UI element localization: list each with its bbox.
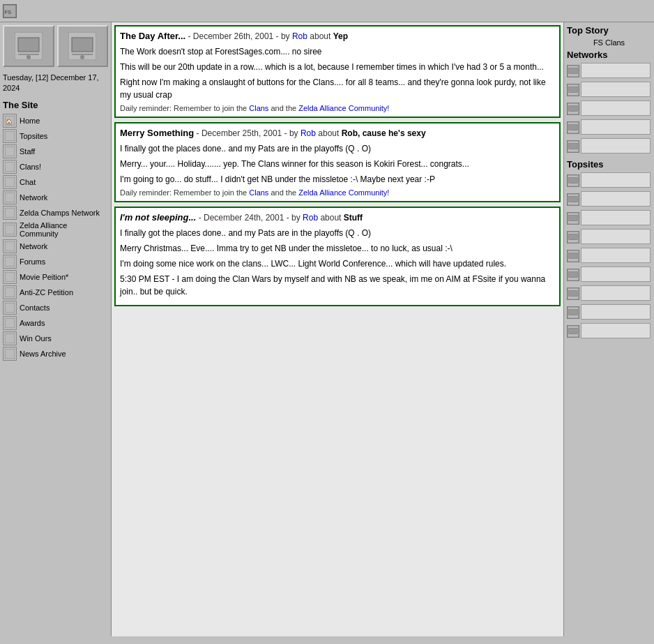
nav-win-ours[interactable]: Win Ours (3, 331, 108, 346)
zac-link-1[interactable]: Zelda Alliance Community! (298, 104, 389, 112)
topsites-label: Topsites (567, 159, 651, 170)
nav-clans[interactable]: Clans! (3, 159, 108, 174)
post-2-topic: Rob, cause he's sexy (342, 128, 426, 138)
nav-news-archive-label: News Archive (20, 350, 66, 358)
svg-rect-40 (569, 197, 577, 202)
main-content: The Day After... - December 26th, 2001 -… (112, 22, 563, 636)
clans-link-1[interactable]: Clans (249, 104, 268, 112)
topsite-item-3 (567, 210, 651, 227)
network-box-1 (581, 63, 651, 78)
svg-rect-34 (569, 125, 577, 130)
movie-icon (3, 270, 17, 284)
network-item-5 (567, 138, 651, 155)
nav-network[interactable]: Network (3, 190, 108, 205)
topsite-icon-8 (567, 306, 579, 319)
post-1-about: about (310, 31, 333, 41)
nav-zelda-champs[interactable]: Zelda Champs Network (3, 205, 108, 220)
nav-zelda-champs-label: Zelda Champs Network (20, 209, 100, 217)
nav-petition[interactable]: Anti-ZC Petition (3, 285, 108, 300)
post-1-body: The Work doesn't stop at ForestSages.com… (120, 45, 555, 101)
svg-rect-7 (72, 38, 93, 52)
topsite-icon-7 (567, 287, 579, 300)
topsite-box-2 (581, 191, 651, 207)
nav-network-label: Network (20, 193, 47, 202)
networks-label: Networks (567, 50, 651, 60)
post-1-p3: Right now I'm making a onslaught of butt… (120, 76, 555, 101)
svg-rect-21 (5, 272, 15, 282)
network-box-2 (581, 82, 651, 97)
nav-topsites[interactable]: Topsites (3, 128, 108, 144)
nav-forums[interactable]: Forums (3, 254, 108, 269)
post-1-author[interactable]: Rob (292, 31, 307, 41)
network-icon-4 (567, 121, 579, 134)
post-2-meta: - December 25th, 2001 - by (197, 128, 301, 138)
topsites-list (567, 172, 651, 340)
network-item-1 (567, 63, 651, 80)
news-archive-icon (3, 347, 17, 361)
nav-chat[interactable]: Chat (3, 174, 108, 190)
sidebar-icon-2 (57, 25, 109, 67)
nav-news-archive[interactable]: News Archive (3, 346, 108, 361)
post-2-reminder: Daily reminder: Remember to join the Cla… (120, 188, 555, 197)
post-1-p2: This will be our 20th update in a row...… (120, 61, 555, 73)
topsite-icon-6 (567, 269, 579, 281)
zac-icon (3, 223, 17, 237)
network-icon-2 (567, 84, 579, 96)
network-icon (3, 190, 17, 204)
nav-home-label: Home (20, 117, 40, 125)
svg-rect-52 (569, 310, 577, 315)
sidebar-icon-1 (3, 25, 54, 67)
post-3-p4: 5:30 PM EST - I am doing the Clan Wars b… (120, 273, 555, 298)
top-story-label: Top Story (567, 25, 651, 36)
nav-contacts[interactable]: Contacts (3, 300, 108, 315)
topsite-item-1 (567, 172, 651, 189)
svg-rect-22 (5, 287, 15, 297)
network-icon-3 (567, 103, 579, 115)
clans-link-2[interactable]: Clans (249, 188, 268, 197)
svg-rect-25 (5, 334, 15, 343)
nav-movie[interactable]: Movie Peition* (3, 269, 108, 285)
post-3-p1: I finally got the places done.. and my P… (120, 227, 555, 239)
post-3-header: I'm not sleeping... - December 24th, 200… (120, 212, 555, 223)
post-1-reminder: Daily reminder: Remember to join the Cla… (120, 104, 555, 112)
zac-link-2[interactable]: Zelda Alliance Community! (298, 188, 389, 197)
svg-rect-12 (5, 131, 15, 141)
forums-icon (3, 255, 17, 269)
topsite-item-6 (567, 267, 651, 283)
nav-zac-label: Zelda Alliance Community (20, 221, 108, 238)
post-2-p1: I finally got the places done.. and my P… (120, 142, 555, 155)
top-logo-icon: FS (3, 4, 17, 18)
network-box-3 (581, 100, 651, 116)
nav-clans-label: Clans! (20, 163, 41, 171)
nav-network2[interactable]: Network (3, 239, 108, 254)
svg-rect-3 (18, 38, 39, 52)
svg-rect-18 (5, 225, 15, 234)
post-3-p2: Merry Christmas... Eve.... Imma try to g… (120, 242, 555, 255)
topsite-item-5 (567, 248, 651, 264)
post-1-p1: The Work doesn't stop at ForestSages.com… (120, 45, 555, 58)
post-3-body: I finally got the places done.. and my P… (120, 227, 555, 298)
topsite-icon-1 (567, 174, 579, 187)
post-2-body: I finally got the places done.. and my P… (120, 142, 555, 186)
svg-rect-32 (569, 106, 577, 112)
svg-rect-54 (569, 329, 577, 334)
nav-zac[interactable]: Zelda Alliance Community (3, 220, 108, 239)
nav-home[interactable]: 🏠 Home (3, 113, 108, 128)
svg-point-5 (26, 55, 31, 59)
clans-icon (3, 160, 17, 174)
svg-rect-42 (569, 216, 577, 221)
svg-rect-19 (5, 241, 15, 251)
svg-rect-26 (5, 349, 15, 359)
svg-text:FS: FS (5, 8, 11, 15)
post-2-author[interactable]: Rob (301, 128, 316, 138)
nav-staff[interactable]: Staff (3, 144, 108, 159)
nav-win-ours-label: Win Ours (20, 334, 52, 343)
post-3-author[interactable]: Rob (303, 213, 318, 223)
svg-rect-20 (5, 257, 15, 267)
section-title: The Site (3, 100, 108, 110)
svg-rect-30 (569, 87, 577, 93)
nav-awards[interactable]: Awards (3, 315, 108, 331)
network-box-5 (581, 138, 651, 153)
post-3-p3: I'm doing some nice work on the clans...… (120, 257, 555, 270)
topsite-icon-5 (567, 250, 579, 262)
